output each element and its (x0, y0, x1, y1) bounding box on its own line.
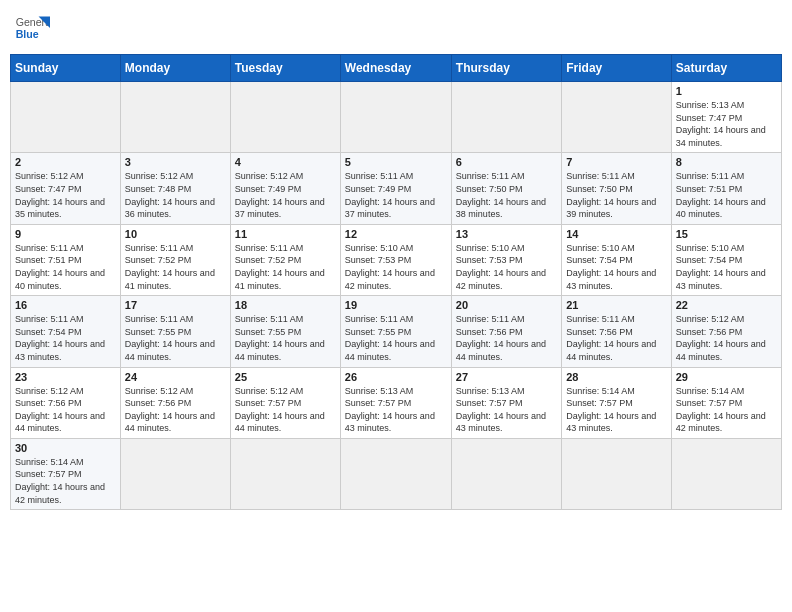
calendar-cell (451, 82, 561, 153)
day-number: 11 (235, 228, 336, 240)
calendar-cell (11, 82, 121, 153)
weekday-header: Thursday (451, 55, 561, 82)
day-info: Sunrise: 5:10 AMSunset: 7:54 PMDaylight:… (566, 242, 666, 292)
day-info: Sunrise: 5:11 AMSunset: 7:55 PMDaylight:… (345, 313, 447, 363)
day-number: 22 (676, 299, 777, 311)
day-number: 6 (456, 156, 557, 168)
day-number: 30 (15, 442, 116, 454)
day-info: Sunrise: 5:11 AMSunset: 7:52 PMDaylight:… (235, 242, 336, 292)
day-number: 18 (235, 299, 336, 311)
calendar-cell: 22Sunrise: 5:12 AMSunset: 7:56 PMDayligh… (671, 296, 781, 367)
day-info: Sunrise: 5:12 AMSunset: 7:56 PMDaylight:… (15, 385, 116, 435)
calendar-cell: 9Sunrise: 5:11 AMSunset: 7:51 PMDaylight… (11, 224, 121, 295)
calendar-cell (451, 438, 561, 509)
day-info: Sunrise: 5:11 AMSunset: 7:52 PMDaylight:… (125, 242, 226, 292)
calendar-cell: 11Sunrise: 5:11 AMSunset: 7:52 PMDayligh… (230, 224, 340, 295)
calendar-cell: 3Sunrise: 5:12 AMSunset: 7:48 PMDaylight… (120, 153, 230, 224)
calendar-cell: 7Sunrise: 5:11 AMSunset: 7:50 PMDaylight… (562, 153, 671, 224)
day-number: 13 (456, 228, 557, 240)
calendar-cell (230, 438, 340, 509)
day-number: 4 (235, 156, 336, 168)
day-info: Sunrise: 5:10 AMSunset: 7:53 PMDaylight:… (345, 242, 447, 292)
day-number: 24 (125, 371, 226, 383)
day-number: 10 (125, 228, 226, 240)
day-info: Sunrise: 5:10 AMSunset: 7:54 PMDaylight:… (676, 242, 777, 292)
calendar-week-row: 9Sunrise: 5:11 AMSunset: 7:51 PMDaylight… (11, 224, 782, 295)
day-info: Sunrise: 5:11 AMSunset: 7:54 PMDaylight:… (15, 313, 116, 363)
day-number: 20 (456, 299, 557, 311)
weekday-header: Monday (120, 55, 230, 82)
weekday-header-row: SundayMondayTuesdayWednesdayThursdayFrid… (11, 55, 782, 82)
calendar-cell: 1Sunrise: 5:13 AMSunset: 7:47 PMDaylight… (671, 82, 781, 153)
day-info: Sunrise: 5:11 AMSunset: 7:56 PMDaylight:… (566, 313, 666, 363)
day-number: 15 (676, 228, 777, 240)
day-number: 12 (345, 228, 447, 240)
calendar-cell (562, 82, 671, 153)
day-number: 28 (566, 371, 666, 383)
calendar-cell (562, 438, 671, 509)
day-info: Sunrise: 5:12 AMSunset: 7:57 PMDaylight:… (235, 385, 336, 435)
day-number: 3 (125, 156, 226, 168)
day-info: Sunrise: 5:11 AMSunset: 7:55 PMDaylight:… (125, 313, 226, 363)
day-info: Sunrise: 5:11 AMSunset: 7:50 PMDaylight:… (456, 170, 557, 220)
calendar-week-row: 30Sunrise: 5:14 AMSunset: 7:57 PMDayligh… (11, 438, 782, 509)
day-number: 19 (345, 299, 447, 311)
day-number: 26 (345, 371, 447, 383)
day-info: Sunrise: 5:13 AMSunset: 7:47 PMDaylight:… (676, 99, 777, 149)
calendar-cell: 21Sunrise: 5:11 AMSunset: 7:56 PMDayligh… (562, 296, 671, 367)
day-number: 17 (125, 299, 226, 311)
day-number: 8 (676, 156, 777, 168)
weekday-header: Tuesday (230, 55, 340, 82)
weekday-header: Wednesday (340, 55, 451, 82)
day-number: 23 (15, 371, 116, 383)
day-info: Sunrise: 5:14 AMSunset: 7:57 PMDaylight:… (566, 385, 666, 435)
day-number: 25 (235, 371, 336, 383)
calendar-cell: 17Sunrise: 5:11 AMSunset: 7:55 PMDayligh… (120, 296, 230, 367)
calendar-cell (671, 438, 781, 509)
calendar-cell: 10Sunrise: 5:11 AMSunset: 7:52 PMDayligh… (120, 224, 230, 295)
calendar-week-row: 23Sunrise: 5:12 AMSunset: 7:56 PMDayligh… (11, 367, 782, 438)
calendar-cell: 24Sunrise: 5:12 AMSunset: 7:56 PMDayligh… (120, 367, 230, 438)
day-info: Sunrise: 5:11 AMSunset: 7:49 PMDaylight:… (345, 170, 447, 220)
calendar-cell: 27Sunrise: 5:13 AMSunset: 7:57 PMDayligh… (451, 367, 561, 438)
calendar-cell: 4Sunrise: 5:12 AMSunset: 7:49 PMDaylight… (230, 153, 340, 224)
logo: General Blue (14, 10, 50, 46)
calendar-cell (340, 82, 451, 153)
calendar-week-row: 1Sunrise: 5:13 AMSunset: 7:47 PMDaylight… (11, 82, 782, 153)
day-info: Sunrise: 5:14 AMSunset: 7:57 PMDaylight:… (15, 456, 116, 506)
day-info: Sunrise: 5:10 AMSunset: 7:53 PMDaylight:… (456, 242, 557, 292)
day-number: 27 (456, 371, 557, 383)
page-header: General Blue (10, 10, 782, 46)
calendar-cell: 18Sunrise: 5:11 AMSunset: 7:55 PMDayligh… (230, 296, 340, 367)
day-number: 16 (15, 299, 116, 311)
day-info: Sunrise: 5:12 AMSunset: 7:47 PMDaylight:… (15, 170, 116, 220)
weekday-header: Saturday (671, 55, 781, 82)
day-number: 21 (566, 299, 666, 311)
calendar-table: SundayMondayTuesdayWednesdayThursdayFrid… (10, 54, 782, 510)
day-info: Sunrise: 5:11 AMSunset: 7:50 PMDaylight:… (566, 170, 666, 220)
calendar-cell: 23Sunrise: 5:12 AMSunset: 7:56 PMDayligh… (11, 367, 121, 438)
day-number: 29 (676, 371, 777, 383)
calendar-cell: 25Sunrise: 5:12 AMSunset: 7:57 PMDayligh… (230, 367, 340, 438)
day-info: Sunrise: 5:12 AMSunset: 7:49 PMDaylight:… (235, 170, 336, 220)
calendar-cell (120, 82, 230, 153)
day-info: Sunrise: 5:14 AMSunset: 7:57 PMDaylight:… (676, 385, 777, 435)
day-number: 5 (345, 156, 447, 168)
calendar-cell: 6Sunrise: 5:11 AMSunset: 7:50 PMDaylight… (451, 153, 561, 224)
logo-icon: General Blue (14, 10, 50, 46)
day-info: Sunrise: 5:12 AMSunset: 7:56 PMDaylight:… (676, 313, 777, 363)
day-info: Sunrise: 5:13 AMSunset: 7:57 PMDaylight:… (456, 385, 557, 435)
day-info: Sunrise: 5:13 AMSunset: 7:57 PMDaylight:… (345, 385, 447, 435)
calendar-cell: 29Sunrise: 5:14 AMSunset: 7:57 PMDayligh… (671, 367, 781, 438)
calendar-week-row: 2Sunrise: 5:12 AMSunset: 7:47 PMDaylight… (11, 153, 782, 224)
day-info: Sunrise: 5:11 AMSunset: 7:51 PMDaylight:… (676, 170, 777, 220)
weekday-header: Friday (562, 55, 671, 82)
day-info: Sunrise: 5:11 AMSunset: 7:55 PMDaylight:… (235, 313, 336, 363)
calendar-cell: 15Sunrise: 5:10 AMSunset: 7:54 PMDayligh… (671, 224, 781, 295)
calendar-cell: 20Sunrise: 5:11 AMSunset: 7:56 PMDayligh… (451, 296, 561, 367)
calendar-cell: 2Sunrise: 5:12 AMSunset: 7:47 PMDaylight… (11, 153, 121, 224)
day-number: 9 (15, 228, 116, 240)
calendar-cell: 12Sunrise: 5:10 AMSunset: 7:53 PMDayligh… (340, 224, 451, 295)
day-info: Sunrise: 5:12 AMSunset: 7:48 PMDaylight:… (125, 170, 226, 220)
calendar-cell: 26Sunrise: 5:13 AMSunset: 7:57 PMDayligh… (340, 367, 451, 438)
